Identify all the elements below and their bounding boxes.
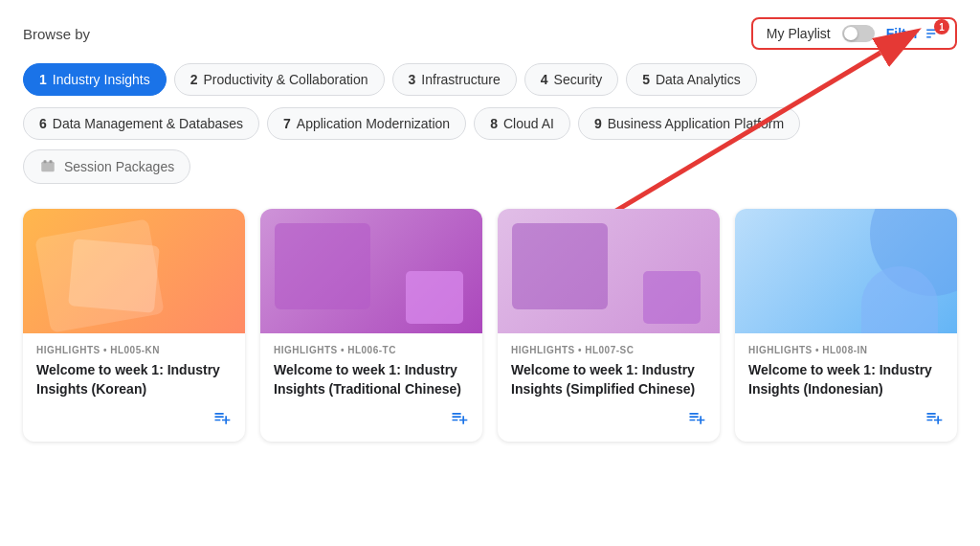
filter-button[interactable]: Filter 1: [886, 25, 942, 42]
nav-chip-security[interactable]: 4 Security: [524, 63, 618, 96]
chip-label-cloud-ai: Cloud AI: [503, 116, 554, 131]
chip-label-industry-insights: Industry Insights: [53, 72, 150, 87]
chip-label-app-modernization: Application Modernization: [297, 116, 450, 131]
card-body-hl005: HIGHLIGHTS • HL005-KN Welcome to week 1:…: [23, 333, 245, 442]
chip-num-7: 7: [283, 116, 291, 131]
chip-label-security: Security: [554, 72, 603, 87]
svg-rect-1: [44, 160, 47, 163]
card-title-hl005: Welcome to week 1: Industry Insights (Ko…: [36, 361, 232, 398]
card-meta-hl006: HIGHLIGHTS • HL006-TC: [274, 345, 469, 355]
session-packages-icon: [39, 158, 56, 175]
card-hl006[interactable]: HIGHLIGHTS • HL006-TC Welcome to week 1:…: [260, 209, 482, 442]
chip-num-4: 4: [541, 72, 548, 87]
card-meta-hl007: HIGHLIGHTS • HL007-SC: [511, 345, 706, 355]
chip-num-1: 1: [39, 72, 47, 87]
nav-row-3: Session Packages: [0, 146, 980, 190]
chip-num-5: 5: [642, 72, 650, 87]
my-playlist-label: My Playlist: [767, 26, 831, 41]
chip-label-productivity: Productivity & Collaboration: [204, 72, 368, 87]
card-body-hl007: HIGHLIGHTS • HL007-SC Welcome to week 1:…: [498, 333, 720, 442]
card-body-hl006: HIGHLIGHTS • HL006-TC Welcome to week 1:…: [260, 333, 482, 442]
nav-chip-infrastructure[interactable]: 3 Infrastructure: [392, 63, 517, 96]
nav-row-1: 1 Industry Insights 2 Productivity & Col…: [0, 57, 980, 102]
nav-chip-data-management[interactable]: 6 Data Management & Databases: [23, 107, 259, 140]
nav-chip-business-app[interactable]: 9 Business Application Platform: [578, 107, 800, 140]
card-title-hl008: Welcome to week 1: Industry Insights (In…: [748, 361, 944, 398]
browse-by-label: Browse by: [23, 26, 90, 42]
card-thumb-hl005: [23, 209, 245, 333]
header-right-controls: My Playlist Filter 1: [751, 17, 957, 50]
chip-label-business-app: Business Application Platform: [608, 116, 784, 131]
playlist-add-icon-hl006[interactable]: [450, 408, 469, 432]
filter-label: Filter: [886, 26, 919, 41]
card-meta-hl005: HIGHLIGHTS • HL005-KN: [36, 345, 232, 355]
chip-label-data-management: Data Management & Databases: [53, 116, 243, 131]
chip-label-data-analytics: Data Analytics: [656, 72, 741, 87]
chip-num-3: 3: [409, 72, 416, 87]
card-meta-hl008: HIGHLIGHTS • HL008-IN: [748, 345, 944, 355]
card-body-hl008: HIGHLIGHTS • HL008-IN Welcome to week 1:…: [735, 333, 957, 442]
card-hl008[interactable]: HIGHLIGHTS • HL008-IN Welcome to week 1:…: [735, 209, 957, 442]
svg-rect-0: [41, 162, 55, 172]
nav-chip-data-analytics[interactable]: 5 Data Analytics: [626, 63, 757, 96]
card-footer-hl008: [748, 408, 944, 432]
nav-chip-productivity[interactable]: 2 Productivity & Collaboration: [174, 63, 385, 96]
page-header: Browse by My Playlist Filter 1: [0, 0, 980, 57]
card-thumb-hl008: [735, 209, 957, 333]
card-footer-hl005: [36, 408, 232, 432]
card-thumb-hl007: [498, 209, 720, 333]
svg-rect-2: [50, 160, 53, 163]
cards-section: HIGHLIGHTS • HL005-KN Welcome to week 1:…: [0, 190, 980, 442]
playlist-add-icon-hl005[interactable]: [212, 408, 232, 432]
toggle-thumb: [844, 27, 858, 40]
my-playlist-toggle[interactable]: [842, 25, 875, 42]
card-footer-hl007: [511, 408, 706, 432]
chip-num-8: 8: [490, 116, 498, 131]
nav-chip-cloud-ai[interactable]: 8 Cloud AI: [474, 107, 570, 140]
playlist-add-icon-hl007[interactable]: [687, 408, 706, 432]
filter-badge: 1: [934, 19, 949, 34]
chip-label-infrastructure: Infrastructure: [421, 72, 500, 87]
session-packages-chip[interactable]: Session Packages: [23, 149, 190, 184]
nav-chip-industry-insights[interactable]: 1 Industry Insights: [23, 63, 167, 96]
card-hl005[interactable]: HIGHLIGHTS • HL005-KN Welcome to week 1:…: [23, 209, 245, 442]
session-packages-label: Session Packages: [64, 159, 174, 174]
chip-num-6: 6: [39, 116, 47, 131]
nav-row-2: 6 Data Management & Databases 7 Applicat…: [0, 102, 980, 146]
nav-chip-app-modernization[interactable]: 7 Application Modernization: [267, 107, 466, 140]
card-footer-hl006: [274, 408, 469, 432]
chip-num-9: 9: [594, 116, 602, 131]
card-hl007[interactable]: HIGHLIGHTS • HL007-SC Welcome to week 1:…: [498, 209, 720, 442]
card-thumb-hl006: [260, 209, 482, 333]
toggle-track: [842, 25, 875, 42]
card-title-hl007: Welcome to week 1: Industry Insights (Si…: [511, 361, 706, 398]
playlist-add-icon-hl008[interactable]: [924, 408, 944, 432]
chip-num-2: 2: [190, 72, 198, 87]
card-title-hl006: Welcome to week 1: Industry Insights (Tr…: [274, 361, 469, 398]
